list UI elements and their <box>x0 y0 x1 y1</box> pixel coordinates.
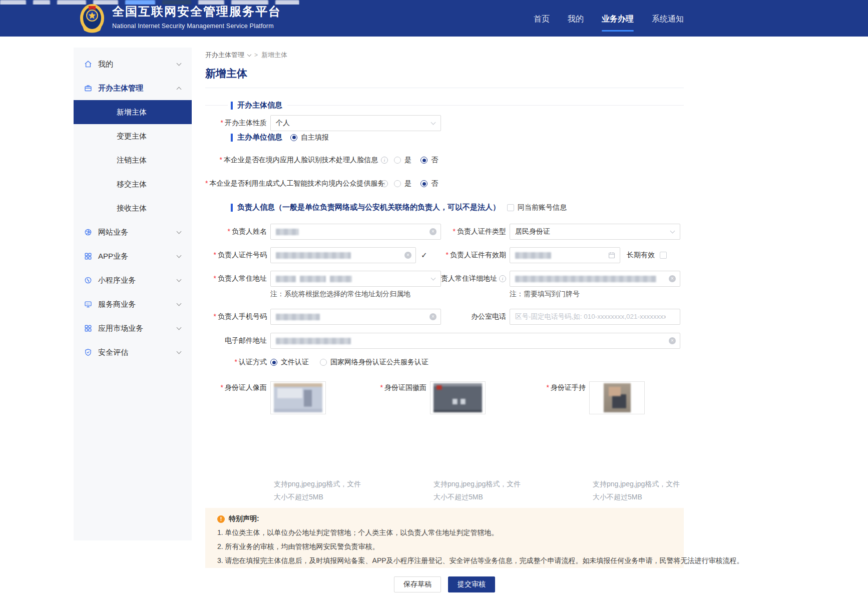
question-label: *本企业是否利用生成式人工智能技术向境内公众提供服务 <box>205 179 378 188</box>
id-back-image-masked <box>433 383 482 412</box>
masked-value <box>276 252 351 259</box>
auth-national-radio[interactable] <box>320 359 327 366</box>
ai-yes-radio[interactable] <box>394 180 401 187</box>
breadcrumb-current: 新增主体 <box>261 51 287 60</box>
sidebar-subitem-label: 移交主体 <box>117 180 147 189</box>
sidebar-item-label: 开办主体管理 <box>98 84 143 93</box>
sidebar-item-add-subject[interactable]: 新增主体 <box>74 100 192 124</box>
shield-icon <box>84 348 92 356</box>
warning-icon: ! <box>217 515 225 523</box>
cert-type-select[interactable]: 居民身份证 <box>510 224 680 240</box>
title-divider <box>205 88 684 88</box>
nav-notifications[interactable]: 系统通知 <box>652 14 684 24</box>
office-phone-input[interactable]: 区号-固定电话号码,如: 010-xxxxxxxx,021-xxxxxxxx <box>510 309 680 325</box>
upload-section: *身份证人像面 *身份证国徽面 *身份证手持 支持png,jpeg,jpg格式，… <box>205 381 684 496</box>
self-report-label: 自主填报 <box>301 133 329 142</box>
id-handheld-image-masked <box>604 383 631 412</box>
cert-no-input[interactable]: × <box>270 247 416 263</box>
main-content: 开办主体管理 > 新增主体 新增主体 开办主体信息 *开办主体性质 个人 主办单… <box>205 48 684 611</box>
briefcase-icon <box>84 84 92 92</box>
sidebar-item-receive-subject[interactable]: 接收主体 <box>74 196 192 220</box>
face-no-radio[interactable] <box>420 157 427 164</box>
same-account-checkbox[interactable] <box>507 204 514 211</box>
grid-icon <box>84 252 92 260</box>
auth-file-label: 文件认证 <box>281 358 309 367</box>
clear-icon[interactable]: × <box>669 275 676 282</box>
sidebar-item-change-subject[interactable]: 变更主体 <box>74 124 192 148</box>
ai-yes-label: 是 <box>404 179 411 188</box>
clear-icon[interactable]: × <box>404 252 411 259</box>
address-cascader[interactable] <box>270 271 441 287</box>
clear-icon[interactable]: × <box>429 313 437 320</box>
ai-no-radio[interactable] <box>420 180 427 187</box>
section-title: 开办主体信息 <box>237 101 282 110</box>
info-icon[interactable]: i <box>499 275 506 282</box>
id-handheld-upload[interactable] <box>589 381 645 414</box>
section-title: 负责人信息（一般是单位负责网络或与公安机关联络的负责人，可以不是法人） <box>237 203 500 212</box>
upload-id-back: *身份证国徽面 <box>370 381 486 414</box>
chevron-down-icon <box>670 229 675 234</box>
sidebar-subitem-label: 接收主体 <box>117 204 147 213</box>
auth-file-radio[interactable] <box>270 359 277 366</box>
address-detail-note: 注：需要填写到门牌号 <box>510 290 580 299</box>
mobile-input[interactable]: × <box>270 309 441 325</box>
special-declaration-box: ! 特别声明: 1. 单位类主体，以单位办公地址判定管辖地；个人类主体，以负责人… <box>205 508 684 568</box>
upload-id-front: *身份证人像面 <box>205 381 326 414</box>
sidebar-item-app-business[interactable]: APP业务 <box>74 244 192 268</box>
sidebar-item-cancel-subject[interactable]: 注销主体 <box>74 148 192 172</box>
long-term-checkbox[interactable] <box>660 252 667 259</box>
sidebar-item-mine[interactable]: 我的 <box>74 52 192 76</box>
submit-review-button[interactable]: 提交审核 <box>448 576 495 592</box>
save-draft-button[interactable]: 保存草稿 <box>394 576 441 592</box>
nav-mine[interactable]: 我的 <box>568 14 584 24</box>
id-front-upload[interactable] <box>270 381 326 414</box>
sidebar-item-label: 小程序业务 <box>98 276 136 285</box>
email-input[interactable]: × <box>270 333 680 349</box>
calendar-icon[interactable] <box>608 252 615 259</box>
clear-icon[interactable]: × <box>429 228 437 235</box>
sidebar-item-subject-management[interactable]: 开办主体管理 <box>74 76 192 100</box>
topbar-masked-item[interactable] <box>0 0 26 5</box>
face-yes-radio[interactable] <box>394 157 401 164</box>
id-back-upload[interactable] <box>430 381 486 414</box>
sidebar-item-appmarket-business[interactable]: 应用市场业务 <box>74 316 192 340</box>
notice-title: 特别声明: <box>229 514 259 523</box>
cert-validity-datepicker[interactable] <box>510 247 620 263</box>
same-account-label: 同当前账号信息 <box>518 203 567 212</box>
row-question-face: *本企业是否在境内应用人脸识别技术处理人脸信息 i 是 否 <box>205 156 684 165</box>
breadcrumb-parent[interactable]: 开办主体管理 <box>205 51 244 60</box>
sidebar: 我的 开办主体管理 新增主体 变更主体 注销主体 移交主体 接收主体 网站业务 … <box>74 48 192 540</box>
globe-icon <box>84 228 92 236</box>
info-icon[interactable]: i <box>381 180 388 187</box>
section-organizer-info: 主办单位信息 自主填报 <box>231 133 709 142</box>
sidebar-item-transfer-subject[interactable]: 移交主体 <box>74 172 192 196</box>
chevron-down-icon <box>177 229 182 234</box>
row-name-certtype: *负责人姓名 × *负责人证件类型 居民身份证 <box>205 224 684 240</box>
row-address: *负责人常住地址 *负责人常住详细地址 i × <box>205 271 684 287</box>
upload-hint: 支持png,jpeg,jpg格式，文件大小不超过5MB <box>274 477 367 503</box>
sidebar-item-label: 服务商业务 <box>98 300 136 309</box>
self-report-radio[interactable] <box>290 134 297 141</box>
clear-icon[interactable]: × <box>669 337 676 344</box>
nav-home[interactable]: 首页 <box>534 14 550 24</box>
upload-id-handheld: *身份证手持 <box>529 381 645 414</box>
chevron-up-icon <box>177 87 182 92</box>
row-email: 电子邮件地址 × <box>205 333 684 349</box>
sidebar-item-miniprogram-business[interactable]: 小程序业务 <box>74 268 192 292</box>
chevron-down-icon <box>177 61 182 66</box>
info-icon[interactable]: i <box>381 157 388 164</box>
nav-business[interactable]: 业务办理 <box>602 14 634 24</box>
question-label: *本企业是否在境内应用人脸识别技术处理人脸信息 <box>205 156 378 165</box>
subject-nature-select[interactable]: 个人 <box>270 115 441 131</box>
chevron-down-icon <box>177 277 182 282</box>
principal-name-input[interactable]: × <box>270 224 441 240</box>
miniprogram-icon <box>84 276 92 284</box>
sidebar-item-security-assessment[interactable]: 安全评估 <box>74 340 192 364</box>
sidebar-item-provider-business[interactable]: IDC 服务商业务 <box>74 292 192 316</box>
valid-check-icon: ✓ <box>421 251 427 260</box>
sidebar-item-website-business[interactable]: 网站业务 <box>74 220 192 244</box>
address-detail-input[interactable]: × <box>510 271 680 287</box>
masked-value <box>276 276 352 282</box>
row-phones: *负责人手机号码 × 办公室电话 区号-固定电话号码,如: 010-xxxxxx… <box>205 309 684 325</box>
topbar-masked-item[interactable] <box>33 0 50 5</box>
